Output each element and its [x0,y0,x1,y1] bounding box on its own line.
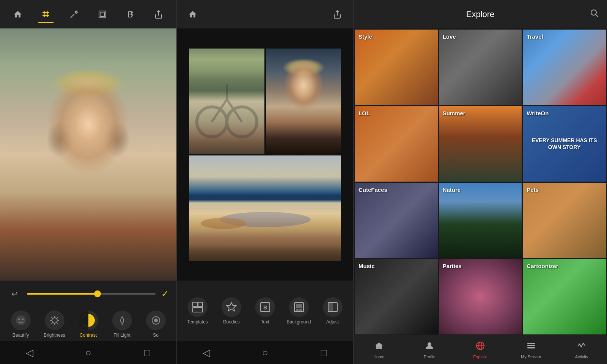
svg-point-13 [18,318,20,320]
background-tool[interactable]: Background [286,297,312,325]
svg-rect-47 [328,303,333,312]
explore-cell-summer[interactable]: Summer [439,106,522,182]
writeon-subtext: EVERY SUMMER HAS ITS OWN STORY [527,137,602,151]
explore-grid: Style Love Travel LOL Summer [354,28,607,336]
share-button[interactable] [150,6,167,23]
explore-nav: Home Profile Explore My Stream Activity [354,336,607,364]
explore-cell-travel[interactable]: Travel [523,30,606,105]
nav-mystream[interactable]: My Stream [516,341,546,359]
so-tool[interactable]: So [143,311,169,338]
nav-profile[interactable]: Profile [414,341,445,359]
explore-cell-cartoonizer[interactable]: Cartoonizer [523,259,606,334]
beautify-tool[interactable]: Beautify [8,311,34,338]
explore-header: Explore [354,0,607,28]
nav-home[interactable]: Home [364,341,394,359]
bottom-controls: ↩ ✓ Beautify [0,281,176,364]
adjust-tool[interactable]: Adjust [319,297,346,325]
svg-line-8 [71,14,74,18]
summer-label: Summer [443,110,465,116]
svg-line-32 [227,99,242,122]
mystream-nav-label: My Stream [521,355,541,359]
svg-point-50 [428,342,431,346]
frame-button[interactable] [94,6,111,23]
explore-cell-parties[interactable]: Parties [439,259,522,334]
fill-light-label: Fill Light [113,333,131,338]
collage-display [177,28,353,281]
svg-rect-43 [296,304,302,308]
explore-cell-pets[interactable]: Pets [523,183,606,258]
explore-cell-lol[interactable]: LOL [355,106,438,182]
panel1-nav: ◁ ○ □ [0,341,176,364]
home-nav-label: Home [373,355,384,359]
sliders-button[interactable] [38,6,54,23]
explore-cell-love[interactable]: Love [439,30,522,105]
contrast-slider[interactable] [27,293,156,295]
svg-point-15 [52,318,57,323]
photo-editor-panel: ↩ ✓ Beautify [0,0,177,364]
confirm-button[interactable]: ✓ [161,289,169,299]
tools-row: Beautify Brig [0,307,176,341]
svg-line-49 [596,14,598,17]
home-button-p2[interactable] [184,6,201,23]
home-button-nav-p2[interactable]: ○ [254,341,277,364]
brightness-label: Brightness [44,333,65,338]
brightness-tool[interactable]: Brightness [41,311,68,338]
adjust-label: Adjust [326,319,339,325]
goodies-icon [222,297,241,317]
adjust-icon [323,297,343,317]
svg-line-22 [57,317,58,318]
text-label: Text [261,319,269,325]
travel-label: Travel [527,33,543,40]
explore-cell-style[interactable]: Style [355,30,438,105]
collage-grid [189,49,341,261]
home-button-p1[interactable]: ○ [77,341,100,364]
back-button-p2[interactable]: ◁ [195,341,218,364]
svg-point-35 [201,218,246,229]
contrast-tool[interactable]: Contrast [75,311,102,338]
collage-cell-portrait[interactable] [266,49,341,154]
explore-nav-icon [475,341,485,353]
svg-rect-36 [193,302,197,307]
explore-cell-cutefaces[interactable]: CuteFaces [355,183,438,258]
editor-toolbar [0,0,176,28]
text-icon: B [255,297,275,317]
activity-nav-icon [577,341,587,353]
collage-cell-bike[interactable] [189,49,264,154]
text-tool[interactable]: B Text [252,297,278,325]
share-button-p2[interactable] [329,6,346,23]
svg-point-12 [16,315,26,325]
background-icon [289,297,309,317]
home-button[interactable] [9,6,26,23]
nav-activity[interactable]: Activity [566,341,597,359]
recents-button-p1[interactable]: □ [136,341,159,364]
back-button-p1[interactable]: ◁ [18,341,41,364]
collage-cell-boats[interactable] [189,155,341,261]
svg-text:B: B [263,304,267,311]
panel2-nav: ◁ ○ □ [177,341,353,364]
search-button[interactable] [590,8,599,20]
background-label: Background [286,319,311,325]
wand-button[interactable] [66,6,82,23]
explore-cell-music[interactable]: Music [355,259,438,334]
text-bold-button[interactable] [122,6,139,23]
profile-nav-icon [425,341,434,353]
contrast-label: Contrast [80,333,97,338]
goodies-tool[interactable]: Goodies [218,297,245,325]
goodies-label: Goodies [223,319,240,325]
undo-button[interactable]: ↩ [8,287,21,301]
nav-explore[interactable]: Explore [465,341,495,359]
explore-cell-writeon[interactable]: WriteOn EVERY SUMMER HAS ITS OWN STORY [523,106,606,182]
explore-cell-nature[interactable]: Nature [439,183,522,258]
svg-point-48 [591,10,596,15]
recents-button-p2[interactable]: □ [313,341,335,364]
templates-icon [188,297,208,317]
contrast-icon [79,311,98,330]
svg-rect-54 [527,343,535,344]
so-icon [146,311,166,330]
profile-nav-label: Profile [424,355,436,359]
music-label: Music [359,263,375,269]
templates-tool[interactable]: Templates [184,297,211,325]
svg-line-21 [57,323,58,324]
fill-light-tool[interactable]: Fill Light [109,311,135,338]
svg-rect-45 [299,309,302,311]
